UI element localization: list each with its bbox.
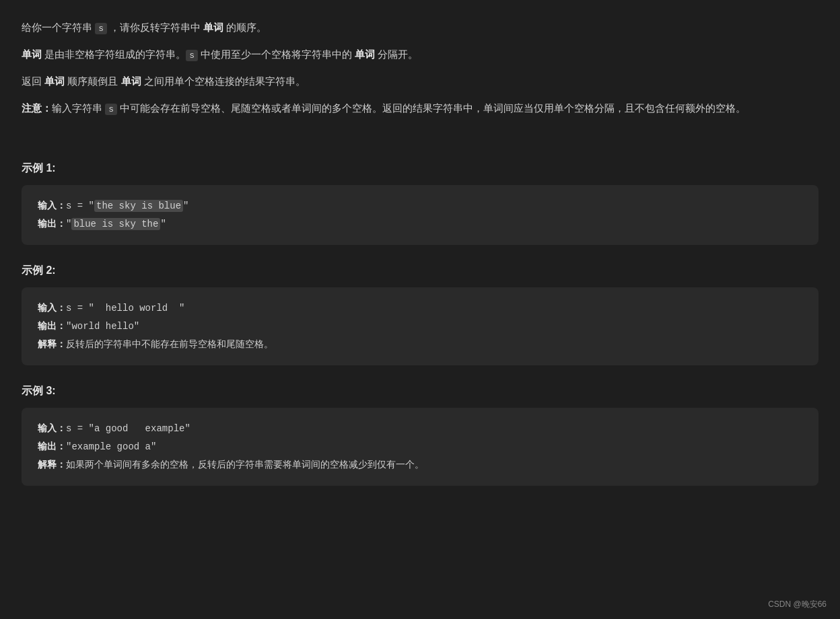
note-paragraph: 注意：输入字符串 s 中可能会存在前导空格、尾随空格或者单词间的多个空格。返回的… — [22, 100, 818, 117]
example2-output: 输出："world hello" — [38, 318, 802, 336]
example1-input: 输入：s = "the sky is blue" — [38, 197, 802, 215]
example3-output: 输出："example good a" — [38, 438, 802, 456]
example3-block: 输入：s = "a good example" 输出："example good… — [22, 408, 818, 486]
example1-output: 输出："blue is sky the" — [38, 215, 802, 233]
example2-explain: 解释：反转后的字符串中不能存在前导空格和尾随空格。 — [38, 336, 802, 354]
example2-block: 输入：s = " hello world " 输出："world hello" … — [22, 287, 818, 365]
bold-word1: 单词 — [203, 22, 223, 33]
example2-title: 示例 2: — [22, 261, 818, 279]
intro-line2: 单词 是由非空格字符组成的字符串。s 中使用至少一个空格将字符串中的 单词 分隔… — [22, 46, 818, 63]
example2-input: 输入：s = " hello world " — [38, 299, 802, 318]
bold-word5: 单词 — [121, 75, 141, 87]
inline-code-s3: s — [105, 104, 117, 115]
example3-input: 输入：s = "a good example" — [38, 420, 802, 438]
bold-word2: 单词 — [22, 48, 42, 60]
intro-line3: 返回 单词 顺序颠倒且 单词 之间用单个空格连接的结果字符串。 — [22, 73, 818, 90]
example1-block: 输入：s = "the sky is blue" 输出："blue is sky… — [22, 185, 818, 245]
inline-code-s2: s — [186, 50, 198, 61]
example3-explain: 解释：如果两个单词间有多余的空格，反转后的字符串需要将单词间的空格减少到仅有一个… — [38, 456, 802, 474]
note-label: 注意： — [22, 102, 52, 114]
footer: CSDN @晚安66 — [768, 597, 827, 611]
example1-title: 示例 1: — [22, 159, 818, 177]
inline-code-s1: s — [95, 23, 107, 34]
bold-word3: 单词 — [355, 48, 375, 60]
bold-word4: 单词 — [44, 75, 65, 87]
example3-title: 示例 3: — [22, 381, 818, 400]
intro-line1: 给你一个字符串 s ，请你反转字符串中 单词 的顺序。 — [22, 19, 818, 36]
